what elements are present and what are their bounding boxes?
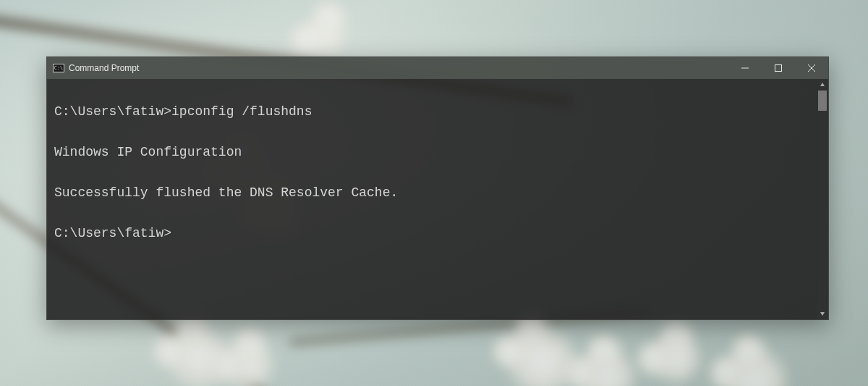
svg-rect-1 [775,65,782,72]
titlebar[interactable]: C:\ Command Prompt [47,57,828,79]
window-title: Command Prompt [69,63,139,73]
minimize-button[interactable] [728,57,762,79]
window-controls [728,57,828,79]
output-header: Windows IP Configuration [54,143,821,163]
scroll-track[interactable] [817,91,828,308]
svg-marker-5 [820,312,825,316]
scroll-thumb[interactable] [818,91,827,111]
terminal-output-area[interactable]: C:\Users\fatiw>ipconfig /flushdns Window… [47,79,828,319]
maximize-button[interactable] [762,57,795,79]
command-text: ipconfig /flushdns [171,104,312,119]
svg-marker-4 [820,83,825,86]
prompt-path: C:\Users\fatiw> [54,104,171,119]
scroll-up-arrow[interactable] [817,79,828,91]
prompt-path: C:\Users\fatiw> [54,226,171,240]
cmd-icon: C:\ [53,64,64,72]
close-button[interactable] [795,57,828,79]
command-prompt-window: C:\ Command Prompt C:\Users\fatiw>ipconf… [46,56,829,320]
vertical-scrollbar[interactable] [817,79,828,319]
scroll-down-arrow[interactable] [817,308,828,319]
output-message: Successfully flushed the DNS Resolver Ca… [54,183,821,204]
